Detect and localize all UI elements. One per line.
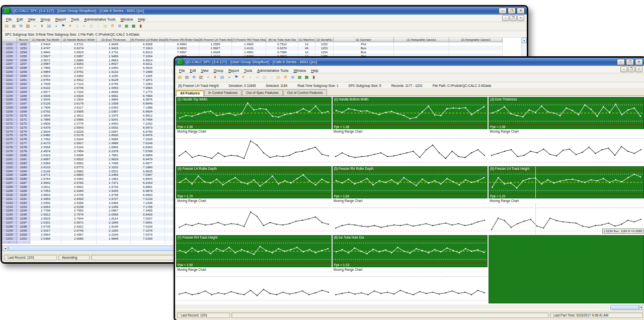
mdi-close-button[interactable]: × [635, 66, 642, 72]
chart-cell-4[interactable]: (4) Freezer LH Roller DepthPpk = 1.70Mov… [176, 166, 332, 235]
report-page-icon[interactable]: ▤ [46, 23, 52, 30]
menu-help[interactable]: Help [308, 69, 320, 72]
copy-icon[interactable]: ⧉ [191, 74, 197, 81]
column-header[interactable]: Record [17, 38, 30, 42]
chart-cell-1[interactable]: (1) Handle Top WidthPpk = 1.30Moving Ran… [176, 97, 332, 165]
record-cursor-line[interactable] [535, 167, 536, 198]
menu-tools[interactable]: Tools [242, 69, 255, 72]
monitor-icon[interactable]: ▦ [130, 23, 137, 30]
menu-administrative-tools[interactable]: Administrative Tools [82, 18, 118, 21]
scroll-left-icon[interactable]: ◀ [3, 246, 8, 251]
control-chart[interactable]: (4) Freezer LH Roller DepthPpk = 1.70 [176, 166, 332, 198]
column-header[interactable]: (6) Freezer LH Track Height [199, 38, 232, 42]
copy-icon[interactable]: ⧉ [18, 23, 24, 30]
datasheet-icon[interactable]: ⊞ [116, 23, 123, 30]
spc-chart-icon[interactable]: ▦ [123, 23, 130, 30]
open-file-icon[interactable]: ▤ [177, 74, 183, 81]
menu-edit[interactable]: Edit [14, 18, 25, 21]
chart-cell-6[interactable]: (6) Freezer LH Track HeightPpk = 1.22Mov… [489, 166, 644, 235]
filter-icon[interactable]: ▼ [240, 74, 247, 81]
column-header[interactable]: (8) Ice Tube Hole Dia [266, 38, 298, 42]
notes-icon[interactable]: ▤ [102, 23, 109, 30]
close-button[interactable]: ✕ [635, 59, 643, 65]
minimize-button[interactable]: – [499, 8, 507, 14]
menu-tools[interactable]: Tools [68, 18, 82, 21]
hscroll-thumb[interactable] [610, 305, 639, 310]
table-row[interactable]: 115411542.68402.65152.17316.82137.05971.… [2, 50, 527, 54]
column-header[interactable]: (4) Freezer LH Roller Depth [131, 38, 165, 42]
scroll-up-icon[interactable]: ▲ [522, 38, 527, 43]
chart-cell-8[interactable]: (8) Ice Tube Hole DiaPpk = 1.23Moving Ra… [333, 235, 488, 303]
pin-icon[interactable]: • [226, 74, 232, 81]
chart-cell-2[interactable]: (2) Handle Bottom WidthPpk = 1.36Moving … [333, 97, 488, 165]
column-header[interactable]: (1) Handle Top Width [30, 38, 61, 42]
column-header[interactable]: (1) Machine [298, 38, 315, 42]
menu-group[interactable]: Group [38, 18, 52, 21]
goto-flag-icon[interactable]: ⚑ [60, 23, 66, 30]
moving-range-chart[interactable] [333, 134, 488, 165]
moving-range-chart[interactable]: 1.6184 Rec: 1184 R =0.0088 [489, 203, 644, 235]
tab-all-features[interactable]: All Features [176, 90, 204, 96]
menu-file[interactable]: File [4, 18, 14, 21]
column-header[interactable]: (5) Freezer RH Roller Depth [165, 38, 199, 42]
menu-group[interactable]: Group [211, 69, 225, 72]
delete-record-icon[interactable]: ▦ [11, 23, 17, 30]
mdi-minimize-button[interactable]: – [620, 66, 627, 72]
close-button[interactable]: ✕ [517, 8, 525, 14]
menu-edit[interactable]: Edit [187, 69, 198, 72]
open-file-icon[interactable]: ▤ [4, 23, 10, 30]
chart-cell-3[interactable]: (3) Door ThicknessPpk = 1.08Moving Range… [489, 97, 644, 165]
tab-in-control-features[interactable]: In Control Features [204, 89, 242, 95]
wrench-icon[interactable]: ⚙ [109, 23, 116, 30]
filter-icon[interactable]: ▼ [67, 23, 73, 30]
maximize-button[interactable]: ❒ [626, 59, 634, 65]
column-header[interactable]: (3) Door Thickness [97, 38, 131, 42]
control-chart[interactable]: (1) Handle Top WidthPpk = 1.30 [176, 97, 332, 129]
menu-window[interactable]: Window [291, 69, 308, 72]
pin-icon[interactable]: • [53, 23, 59, 30]
table-row[interactable]: 115311532.47472.62741.94337.19136.98331.… [2, 46, 527, 50]
maximize-button[interactable]: ❒ [508, 8, 516, 14]
pause-icon[interactable]: ‖ [212, 74, 218, 81]
spc-chart-icon[interactable]: ▦ [296, 74, 303, 81]
table-row[interactable]: 115211522.54182.57211.90456.92686.99931.… [2, 42, 527, 46]
moving-range-chart[interactable] [176, 134, 332, 165]
moving-range-chart[interactable] [489, 134, 644, 165]
column-header[interactable]: (2) SerialNo [315, 38, 334, 42]
scroll-right-icon[interactable]: ▶ [639, 305, 644, 310]
wrench-icon[interactable]: ⚙ [282, 74, 289, 81]
tab-out-of-spec-features[interactable]: Out of Spec Features [242, 89, 283, 95]
menu-help[interactable]: Help [135, 18, 147, 21]
exit-door-icon[interactable]: ▮ [137, 23, 144, 30]
tab-out-of-control-features[interactable]: Out of Control Features [283, 89, 327, 95]
record-cursor-line[interactable] [535, 203, 536, 235]
column-header[interactable]: (7) Freezer RH Track Height [232, 38, 266, 42]
menu-report[interactable]: Report [226, 69, 242, 72]
moving-range-chart[interactable] [176, 203, 332, 235]
menu-administrative-tools[interactable]: Administrative Tools [255, 69, 291, 72]
control-chart[interactable]: (8) Ice Tube Hole DiaPpk = 1.23 [333, 235, 488, 267]
menu-view[interactable]: View [198, 69, 211, 72]
delete-x-icon[interactable]: × [205, 74, 211, 81]
column-header[interactable]: (1) Assignable Cause1 [394, 38, 449, 42]
chart-horizontal-scrollbar[interactable]: ▶ [175, 304, 644, 309]
moving-range-chart[interactable] [176, 272, 332, 303]
control-chart[interactable]: (7) Freezer RH Track HeightPpk = 1.50 [176, 235, 332, 267]
control-chart[interactable]: (5) Freezer RH Roller DepthPpk = 1.64 [333, 166, 488, 198]
pause-icon[interactable]: ‖ [39, 23, 45, 30]
delete-x-icon[interactable]: × [32, 23, 38, 30]
column-header[interactable]: (2) Assignable Cause2 [449, 38, 503, 42]
menu-file[interactable]: File [177, 69, 187, 72]
mdi-minimize-button[interactable]: – [502, 15, 509, 21]
mdi-restore-button[interactable]: ❒ [510, 15, 517, 21]
menu-window[interactable]: Window [118, 18, 135, 21]
report-page-icon[interactable]: ▤ [219, 74, 225, 81]
goto-flag-icon[interactable]: ⚑ [233, 74, 239, 81]
exit-door-icon[interactable]: ▮ [310, 74, 317, 81]
mdi-restore-button[interactable]: ❒ [628, 66, 635, 72]
delete-record-icon[interactable]: ▦ [184, 74, 190, 81]
column-header[interactable]: (2) Handle Bottom Width [61, 38, 97, 42]
datasheet-icon[interactable]: ⊞ [289, 74, 296, 81]
insert-arrow-icon[interactable]: ↓ [247, 74, 254, 81]
minimize-button[interactable]: – [617, 59, 625, 65]
